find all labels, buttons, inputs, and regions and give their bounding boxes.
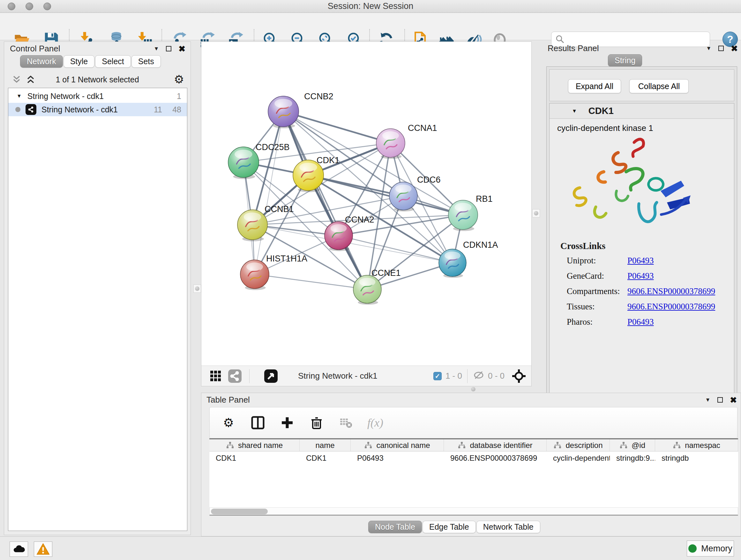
table-cell[interactable]: CDK1 — [300, 451, 351, 465]
column-header-label: canonical name — [376, 441, 430, 450]
table-cell[interactable]: 9606.ENSP00000378699 — [444, 451, 547, 465]
column-header-label: namespac — [685, 441, 720, 450]
cloud-status-button[interactable] — [10, 542, 28, 557]
open-in-window-icon[interactable] — [264, 369, 278, 383]
column-header-label: shared name — [238, 441, 283, 450]
clear-table-icon[interactable] — [339, 415, 353, 430]
crosslink-value-link[interactable]: 9606.ENSP00000378699 — [627, 287, 715, 296]
table-cell[interactable]: CDK1 — [209, 451, 300, 465]
string-style-icon[interactable] — [227, 369, 242, 383]
crosslink-value-link[interactable]: P06493 — [627, 256, 654, 266]
control-panel-float-icon[interactable] — [166, 46, 172, 51]
crosslink-label: GeneCard: — [560, 271, 627, 281]
tab-string[interactable]: String — [608, 54, 642, 67]
table-panel-menu-icon[interactable]: ▼ — [705, 397, 711, 403]
control-panel-close-icon[interactable]: ✖ — [179, 45, 185, 53]
table-cell[interactable]: stringdb — [655, 451, 738, 465]
window-zoom-dot[interactable] — [44, 3, 51, 10]
gene-collapse-icon[interactable]: ▼ — [572, 108, 577, 114]
column-header-canonical-name[interactable]: canonical name — [351, 439, 444, 451]
tab-network[interactable]: Network — [20, 55, 63, 68]
node-label: CCNA1 — [408, 123, 437, 133]
column-header-description[interactable]: description — [547, 439, 610, 451]
warnings-button[interactable] — [34, 542, 52, 557]
network-options-gear-icon[interactable]: ⚙ — [174, 74, 184, 85]
network-tree: ▼ String Network - cdk1 1 String Network… — [8, 88, 187, 531]
bottom-splitter-handle[interactable] — [469, 386, 477, 392]
results-panel-float-icon[interactable] — [718, 46, 724, 51]
network-edge[interactable] — [283, 111, 391, 143]
table-panel-close-icon[interactable]: ✖ — [730, 396, 737, 404]
network-view-panel[interactable]: CCNB2CCNA1CDC25BCDK1CDC6RB1CCNB1CCNA2CDK… — [201, 42, 532, 386]
show-columns-icon[interactable] — [251, 415, 265, 430]
expand-all-button[interactable]: Expand All — [568, 79, 621, 93]
table-horizontal-scrollbar[interactable] — [209, 507, 738, 516]
network-collection-row[interactable]: ▼ String Network - cdk1 1 — [8, 89, 187, 103]
selected-nodes-checkbox[interactable]: ✓ — [433, 372, 442, 380]
collapse-all-button[interactable]: Collapse All — [629, 79, 689, 93]
node-label: CCNB1 — [265, 204, 294, 214]
tab-node-table[interactable]: Node Table — [368, 521, 422, 533]
tab-edge-table[interactable]: Edge Table — [422, 521, 476, 533]
cloud-icon — [12, 543, 25, 556]
column-type-icon — [619, 442, 628, 449]
crosslink-row: Uniprot:P06493 — [560, 256, 715, 266]
right-splitter-handle[interactable] — [532, 209, 540, 217]
column-header--id[interactable]: @id — [610, 439, 655, 451]
results-panel-menu-icon[interactable]: ▼ — [706, 45, 711, 52]
tab-select[interactable]: Select — [95, 55, 131, 68]
gene-section-header[interactable]: ▼ CDK1 — [549, 104, 734, 119]
results-panel-close-icon[interactable]: ✖ — [731, 44, 738, 53]
crosslink-value-link[interactable]: P06493 — [627, 317, 654, 327]
string-results-container: Expand All Collapse All ▼ CDK1 cyclin-de… — [546, 66, 737, 403]
delete-column-icon[interactable] — [309, 415, 324, 430]
network-node-hist1h1a[interactable]: HIST1H1A — [240, 254, 307, 290]
column-type-icon — [226, 442, 234, 449]
crosslink-value-link[interactable]: 9606.ENSP00000378699 — [627, 302, 715, 312]
warning-icon — [37, 543, 50, 556]
network-edge[interactable] — [255, 274, 367, 289]
table-row[interactable]: CDK1CDK1P064939606.ENSP00000378699cyclin… — [209, 451, 738, 465]
add-column-icon[interactable] — [280, 415, 294, 430]
tab-network-table[interactable]: Network Table — [476, 521, 540, 533]
column-header-label: database identifier — [470, 441, 532, 450]
network-node-rb1[interactable]: RB1 — [448, 194, 493, 231]
results-panel-title: Results Panel — [548, 44, 599, 53]
column-header-database-identifier[interactable]: database identifier — [444, 439, 547, 451]
network-node-ccna1[interactable]: CCNA1 — [376, 123, 437, 159]
table-header-row: shared namenamecanonical namedatabase id… — [209, 439, 738, 451]
grid-view-icon[interactable] — [208, 369, 223, 383]
collection-expand-icon[interactable]: ▼ — [17, 93, 22, 99]
network-node-cdk1[interactable]: CDK1 — [293, 155, 340, 192]
control-panel-menu-icon[interactable]: ▼ — [153, 46, 159, 52]
table-settings-gear-icon[interactable]: ⚙ — [221, 415, 236, 430]
fit-content-crosshair-icon[interactable] — [512, 369, 526, 383]
table-cell[interactable]: cyclin-dependent ... — [547, 451, 610, 465]
function-builder-icon[interactable]: f(x) — [368, 415, 383, 430]
column-header-namespac[interactable]: namespac — [655, 439, 738, 451]
string-network-icon — [25, 104, 37, 115]
node-label: CCNE1 — [372, 268, 401, 278]
crosslinks-heading: CrossLinks — [560, 241, 715, 251]
table-cell[interactable]: P06493 — [351, 451, 444, 465]
tab-style[interactable]: Style — [64, 55, 95, 68]
memory-button[interactable]: Memory — [687, 541, 734, 557]
node-label: RB1 — [476, 194, 493, 204]
network-edge[interactable] — [255, 111, 283, 274]
tab-sets[interactable]: Sets — [131, 55, 161, 68]
table-panel-float-icon[interactable] — [718, 397, 723, 402]
left-splitter-handle[interactable] — [193, 285, 201, 293]
table-cell[interactable]: stringdb:9... — [610, 451, 655, 465]
crosslink-value-link[interactable]: P06493 — [627, 271, 654, 281]
window-close-dot[interactable] — [8, 3, 15, 10]
crosslink-row: Tissues:9606.ENSP00000378699 — [560, 302, 715, 312]
column-header-name[interactable]: name — [300, 439, 351, 451]
network-node-cdkn1a[interactable]: CDKN1A — [439, 240, 498, 278]
node-label: CCNA2 — [345, 215, 374, 225]
column-header-shared-name[interactable]: shared name — [209, 439, 300, 451]
network-canvas[interactable]: CCNB2CCNA1CDC25BCDK1CDC6RB1CCNB1CCNA2CDK… — [201, 42, 531, 366]
window-minimize-dot[interactable] — [25, 3, 33, 10]
window-title: Session: New Session — [0, 1, 741, 11]
scrollbar-thumb[interactable] — [211, 509, 268, 514]
network-row-selected[interactable]: String Network - cdk1 11 48 — [8, 103, 187, 116]
